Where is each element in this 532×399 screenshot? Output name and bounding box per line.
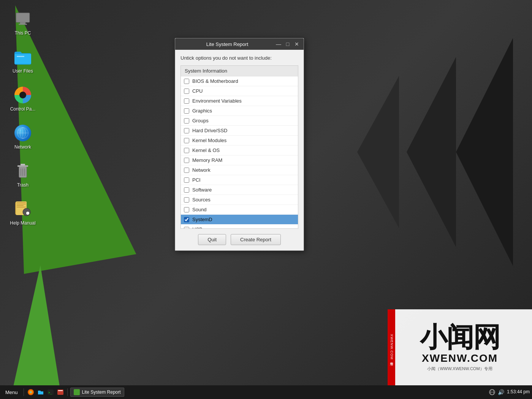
checklist-container[interactable]: System Information BIOS & MotherboardCPU… [180,65,298,229]
checklist-item-memory-ram[interactable]: Memory RAM [181,155,298,165]
checkbox-usb[interactable] [184,227,189,229]
desktop-icon-user-files[interactable]: User Files [10,46,35,76]
desktop-icon-network[interactable]: Network [11,122,34,152]
checkbox-groups[interactable] [184,118,189,124]
maximize-button[interactable]: □ [285,41,291,47]
checklist-item-software[interactable]: Software [181,185,298,195]
item-label-kernel-os: Kernel & OS [192,147,220,153]
svg-rect-2 [20,22,25,24]
checkbox-kernel-modules[interactable] [184,138,189,143]
checklist-item-kernel-modules[interactable]: Kernel Modules [181,136,298,146]
checkbox-systemd[interactable] [184,217,189,222]
tray-network-icon[interactable] [489,389,496,396]
desktop-icon-this-pc[interactable]: This PC [11,8,34,38]
desktop-icon-control-panel[interactable]: Control Pa... [8,84,38,114]
dialog-titlebar[interactable]: Lite System Report — □ ✕ [175,38,304,50]
checkbox-sources[interactable] [184,197,189,203]
checklist-item-pci[interactable]: PCI [181,175,298,185]
checkbox-network[interactable] [184,168,189,173]
this-pc-label: This PC [15,30,31,36]
checkbox-pci[interactable] [184,177,189,183]
bg-shape-2 [0,263,97,399]
item-label-software: Software [192,187,212,193]
item-label-sources: Sources [192,197,211,203]
checkbox-hard-drive[interactable] [184,128,189,133]
desktop-icon-help-manual[interactable]: Help Manual [8,198,38,228]
close-button[interactable]: ✕ [294,41,300,47]
checklist-item-bios[interactable]: BIOS & Motherboard [181,76,298,86]
checklist-item-network[interactable]: Network [181,165,298,175]
network-label: Network [14,144,31,150]
item-label-cpu: CPU [192,88,203,94]
bg-dark-shape-1 [456,38,513,266]
taskbar-app-lite-system-report[interactable]: Lite System Report [70,388,124,397]
taskbar-separator-2 [67,388,68,396]
checkbox-bios[interactable] [184,79,189,84]
checkbox-software[interactable] [184,187,189,193]
taskbar-menu-button[interactable]: Menu [2,389,21,396]
checkbox-memory-ram[interactable] [184,158,189,163]
watermark: XWENW.COM专用 小闻网 XWENW.COM 小闻（WWW.XWENW.C… [388,309,532,385]
taskbar-tray: 🔊 1:53:44 pm [489,389,530,396]
item-label-sound: Sound [192,207,207,212]
item-label-graphics: Graphics [192,108,212,114]
item-label-kernel-modules: Kernel Modules [192,138,226,143]
item-label-bios: BIOS & Motherboard [192,78,238,84]
item-label-groups: Groups [192,118,209,124]
checklist-item-env-vars[interactable]: Environment Variables [181,96,298,106]
dialog-title: Lite System Report [179,41,276,47]
svg-rect-29 [58,390,63,391]
taskbar-files-icon[interactable] [36,388,45,396]
tray-volume-icon[interactable]: 🔊 [498,389,505,396]
checklist-item-systemd[interactable]: SystemD [181,215,298,225]
item-label-usb: USB [192,226,203,229]
watermark-url: XWENW.COM [422,352,498,364]
checkbox-env-vars[interactable] [184,98,189,104]
checkbox-sound[interactable] [184,207,189,212]
taskbar-clock: 1:53:44 pm [507,389,530,395]
create-report-button[interactable]: Create Report [231,234,281,245]
checkbox-kernel-os[interactable] [184,148,189,153]
taskbar-app-icon [74,389,80,395]
svg-point-25 [30,391,32,393]
help-manual-icon [14,200,32,218]
checkbox-graphics[interactable] [184,108,189,114]
dialog-buttons: Quit Create Report [180,234,298,245]
checklist-item-hard-drive[interactable]: Hard Drive/SSD [181,126,298,136]
checklist-item-groups[interactable]: Groups [181,116,298,126]
watermark-bottom-text: 小闻（WWW.XWENW.COM）专用 [427,366,492,372]
checklist-item-graphics[interactable]: Graphics [181,106,298,116]
taskbar: Menu >_ [0,385,532,399]
svg-rect-13 [24,168,25,176]
desktop-icon-area: This PC User Files Control Pa... [0,0,46,236]
svg-rect-11 [21,168,21,176]
desktop-icon-trash[interactable]: Trash [11,160,34,190]
taskbar-app-label: Lite System Report [82,390,121,395]
svg-rect-3 [19,24,27,25]
svg-rect-20 [17,207,26,207]
taskbar-firefox-icon[interactable] [27,388,35,396]
user-files-label: User Files [13,68,33,74]
section-header: System Information [181,66,298,76]
quit-button[interactable]: Quit [198,234,226,245]
taskbar-terminal-icon[interactable]: >_ [46,388,55,396]
trash-label: Trash [17,182,28,188]
minimize-button[interactable]: — [276,41,282,47]
checklist-item-sources[interactable]: Sources [181,195,298,205]
taskbar-red-icon[interactable] [56,388,65,396]
checkbox-cpu[interactable] [184,89,189,94]
checklist-item-usb[interactable]: USB [181,225,298,229]
bg-dark-shape-3 [357,76,399,228]
desktop: This PC User Files Control Pa... [0,0,532,399]
taskbar-separator-1 [24,388,24,396]
svg-point-21 [23,208,30,216]
checklist-item-kernel-os[interactable]: Kernel & OS [181,146,298,155]
checklist-item-cpu[interactable]: CPU [181,86,298,96]
svg-point-22 [26,212,29,215]
folder-icon [14,48,32,66]
lite-system-report-dialog: Lite System Report — □ ✕ Untick options … [175,38,304,251]
item-label-pci: PCI [192,177,201,183]
checklist-item-sound[interactable]: Sound [181,205,298,215]
titlebar-controls: — □ ✕ [276,41,300,47]
help-manual-label: Help Manual [10,220,35,226]
